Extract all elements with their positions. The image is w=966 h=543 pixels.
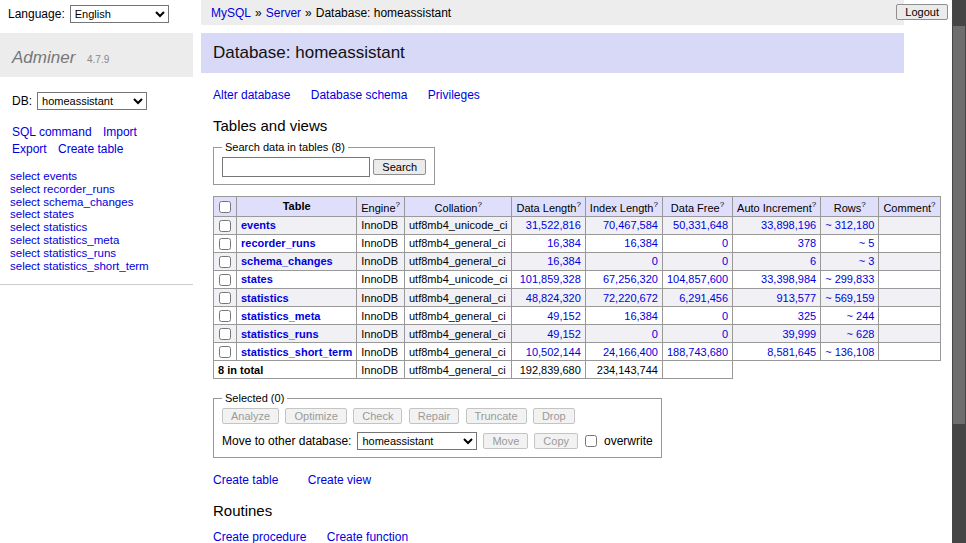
sidebar-table-link[interactable]: select statistics xyxy=(10,221,193,234)
search-button[interactable]: Search xyxy=(373,159,426,175)
language-select[interactable]: English xyxy=(70,5,169,23)
rows-link[interactable]: ~ 136,108 xyxy=(825,346,874,358)
privileges-link[interactable]: Privileges xyxy=(428,88,480,102)
drop-button[interactable]: Drop xyxy=(533,408,575,424)
move-database-select[interactable]: homeassistant xyxy=(357,432,477,450)
scrollbar-thumb[interactable] xyxy=(953,26,965,424)
data-length-link[interactable]: 49,152 xyxy=(547,328,581,340)
column-header-comment[interactable]: Comment? xyxy=(879,197,940,217)
column-header-engine[interactable]: Engine? xyxy=(357,197,405,217)
auto-increment-link[interactable]: 33,398,984 xyxy=(761,273,816,285)
sidebar-table-link[interactable]: select states xyxy=(10,208,193,221)
data-free-link[interactable]: 50,331,648 xyxy=(673,219,728,231)
rows-link[interactable]: ~ 299,833 xyxy=(825,273,874,285)
column-header-auto-increment[interactable]: Auto Increment? xyxy=(733,197,821,217)
data-length-link[interactable]: 31,522,816 xyxy=(526,219,581,231)
create-view-link[interactable]: Create view xyxy=(308,473,371,487)
row-checkbox[interactable] xyxy=(219,256,231,268)
data-length-link[interactable]: 16,384 xyxy=(547,255,581,267)
select-all-checkbox[interactable] xyxy=(219,201,231,213)
data-free-link[interactable]: 104,857,600 xyxy=(667,273,728,285)
table-name-link[interactable]: events xyxy=(241,219,276,231)
data-length-link[interactable]: 16,384 xyxy=(547,237,581,249)
optimize-button[interactable]: Optimize xyxy=(285,408,346,424)
create-table-link[interactable]: Create table xyxy=(58,142,123,156)
index-length-link[interactable]: 67,256,320 xyxy=(603,273,658,285)
copy-button[interactable]: Copy xyxy=(534,433,578,449)
column-header-data-length[interactable]: Data Length? xyxy=(512,197,585,217)
sidebar-table-link[interactable]: select statistics_meta xyxy=(10,234,193,247)
index-length-link[interactable]: 72,220,672 xyxy=(603,292,658,304)
index-length-link[interactable]: 0 xyxy=(652,328,658,340)
data-free-link[interactable]: 0 xyxy=(722,310,728,322)
create-function-link[interactable]: Create function xyxy=(327,530,408,543)
truncate-button[interactable]: Truncate xyxy=(466,408,527,424)
data-free-link[interactable]: 188,743,680 xyxy=(667,346,728,358)
data-free-link[interactable]: 0 xyxy=(722,328,728,340)
overwrite-checkbox[interactable] xyxy=(585,435,597,447)
table-name-link[interactable]: statistics_runs xyxy=(241,328,319,340)
db-select[interactable]: homeassistant xyxy=(37,92,147,110)
rows-link[interactable]: ~ 244 xyxy=(847,310,875,322)
sql-command-link[interactable]: SQL command xyxy=(12,125,92,139)
row-checkbox[interactable] xyxy=(219,274,231,286)
export-link[interactable]: Export xyxy=(12,142,47,156)
alter-database-link[interactable]: Alter database xyxy=(213,88,290,102)
sidebar-table-link[interactable]: select recorder_runs xyxy=(10,183,193,196)
table-name-link[interactable]: states xyxy=(241,273,273,285)
auto-increment-link[interactable]: 39,999 xyxy=(783,328,817,340)
data-length-link[interactable]: 10,502,144 xyxy=(526,346,581,358)
row-checkbox[interactable] xyxy=(219,328,231,340)
index-length-link[interactable]: 16,384 xyxy=(624,237,658,249)
rows-link[interactable]: ~ 569,159 xyxy=(825,292,874,304)
table-name-link[interactable]: statistics xyxy=(241,292,289,304)
table-name-link[interactable]: statistics_short_term xyxy=(241,346,352,358)
row-checkbox[interactable] xyxy=(219,346,231,358)
row-checkbox[interactable] xyxy=(219,292,231,304)
table-name-link[interactable]: statistics_meta xyxy=(241,310,321,322)
check-button[interactable]: Check xyxy=(353,408,402,424)
data-length-link[interactable]: 48,824,320 xyxy=(526,292,581,304)
rows-link[interactable]: ~ 3 xyxy=(859,255,875,267)
index-length-link[interactable]: 70,467,584 xyxy=(603,219,658,231)
table-name-link[interactable]: recorder_runs xyxy=(241,237,316,249)
table-name-link[interactable]: schema_changes xyxy=(241,255,333,267)
data-length-link[interactable]: 49,152 xyxy=(547,310,581,322)
auto-increment-link[interactable]: 378 xyxy=(798,237,816,249)
analyze-button[interactable]: Analyze xyxy=(222,408,279,424)
auto-increment-link[interactable]: 33,898,196 xyxy=(761,219,816,231)
search-input[interactable] xyxy=(222,157,370,177)
data-free-link[interactable]: 6,291,456 xyxy=(679,292,728,304)
import-link[interactable]: Import xyxy=(103,125,137,139)
auto-increment-link[interactable]: 6 xyxy=(810,255,816,267)
column-header-collation[interactable]: Collation? xyxy=(405,197,512,217)
breadcrumb-server-link[interactable]: Server xyxy=(266,6,301,20)
index-length-link[interactable]: 0 xyxy=(652,255,658,267)
column-header-data-free[interactable]: Data Free? xyxy=(662,197,732,217)
data-length-link[interactable]: 101,859,328 xyxy=(520,273,581,285)
create-table-link-main[interactable]: Create table xyxy=(213,473,278,487)
index-length-link[interactable]: 24,166,400 xyxy=(603,346,658,358)
auto-increment-link[interactable]: 325 xyxy=(798,310,816,322)
data-free-link[interactable]: 0 xyxy=(722,255,728,267)
logout-button[interactable]: Logout xyxy=(896,4,948,20)
breadcrumb-mysql-link[interactable]: MySQL xyxy=(211,6,251,20)
move-button[interactable]: Move xyxy=(483,433,528,449)
column-header-index-length[interactable]: Index Length? xyxy=(585,197,662,217)
sidebar-table-link[interactable]: select statistics_short_term xyxy=(10,260,193,273)
rows-link[interactable]: ~ 5 xyxy=(859,237,875,249)
row-checkbox[interactable] xyxy=(219,220,231,232)
column-header-rows[interactable]: Rows? xyxy=(821,197,879,217)
sidebar-table-link[interactable]: select statistics_runs xyxy=(10,247,193,260)
scrollbar[interactable] xyxy=(952,0,966,543)
database-schema-link[interactable]: Database schema xyxy=(311,88,408,102)
repair-button[interactable]: Repair xyxy=(409,408,459,424)
auto-increment-link[interactable]: 8,581,645 xyxy=(767,346,816,358)
rows-link[interactable]: ~ 312,180 xyxy=(825,219,874,231)
create-procedure-link[interactable]: Create procedure xyxy=(213,530,306,543)
sidebar-table-link[interactable]: select schema_changes xyxy=(10,196,193,209)
data-free-link[interactable]: 0 xyxy=(722,237,728,249)
rows-link[interactable]: ~ 628 xyxy=(847,328,875,340)
row-checkbox[interactable] xyxy=(219,238,231,250)
row-checkbox[interactable] xyxy=(219,310,231,322)
